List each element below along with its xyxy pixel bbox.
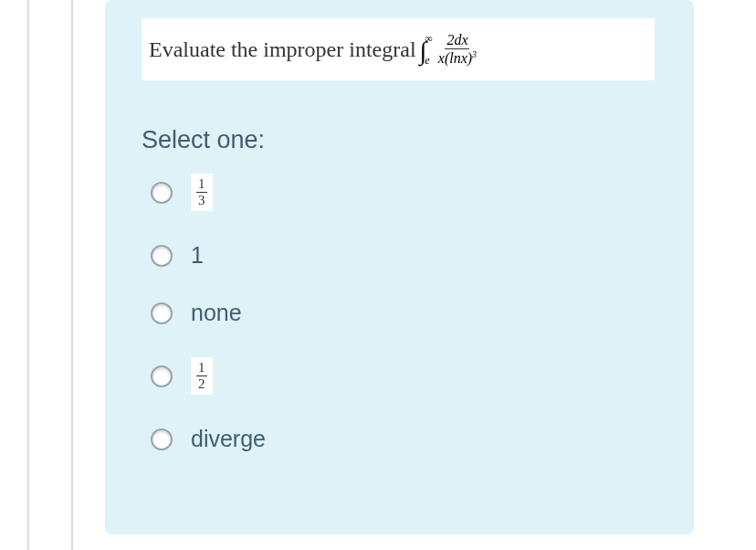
inner-left-border — [71, 0, 73, 550]
option-b-label: 1 — [191, 242, 204, 269]
option-e[interactable]: diverge — [151, 426, 266, 452]
integral-sign: ∫ — [420, 37, 427, 66]
radio-a[interactable] — [151, 182, 173, 204]
option-e-label: diverge — [191, 426, 266, 452]
option-d-label: 1 2 — [191, 357, 213, 395]
option-c[interactable]: none — [151, 300, 266, 326]
integral-expression: ∫ ∞ e 2dx x(lnx)3 — [420, 32, 479, 67]
integrand-denominator: x(lnx)3 — [436, 49, 478, 67]
radio-c[interactable] — [151, 302, 173, 324]
option-a-label: 1 3 — [191, 174, 213, 211]
options-group: 1 3 1 none 1 2 diverge — [151, 174, 266, 483]
question-text: Evaluate the improper integral — [149, 37, 416, 62]
radio-e[interactable] — [151, 428, 173, 450]
radio-d[interactable] — [151, 365, 173, 387]
option-c-label: none — [191, 300, 242, 326]
radio-b[interactable] — [151, 245, 173, 267]
question-statement: Evaluate the improper integral ∫ ∞ e 2dx… — [142, 18, 655, 80]
integrand-numerator: 2dx — [445, 32, 469, 49]
option-b[interactable]: 1 — [151, 242, 266, 269]
integrand-fraction: 2dx x(lnx)3 — [436, 32, 478, 67]
outer-left-border — [27, 0, 29, 550]
select-prompt: Select one: — [142, 126, 265, 154]
option-a[interactable]: 1 3 — [151, 174, 266, 211]
option-d[interactable]: 1 2 — [151, 357, 266, 395]
